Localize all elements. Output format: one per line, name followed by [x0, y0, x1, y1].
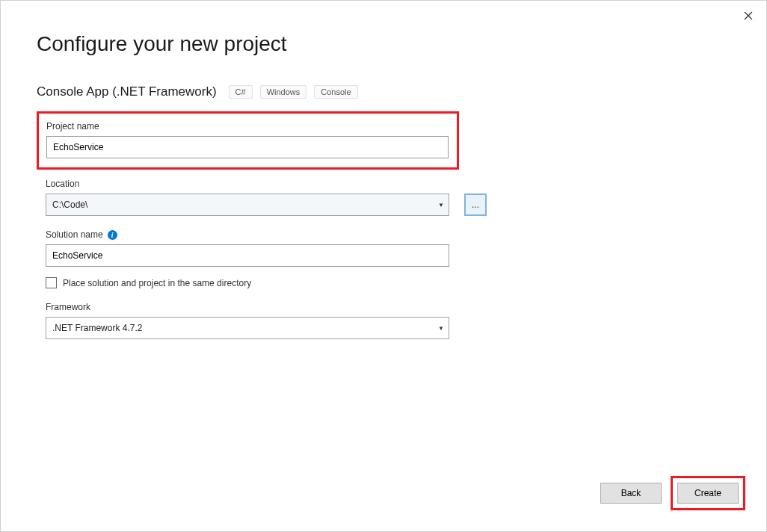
- project-name-label: Project name: [46, 121, 449, 132]
- browse-button[interactable]: ...: [464, 194, 487, 216]
- location-label: Location: [46, 179, 730, 189]
- framework-value: .NET Framework 4.7.2: [52, 323, 142, 333]
- template-row: Console App (.NET Framework) C# Windows …: [37, 84, 730, 99]
- project-name-input[interactable]: [46, 136, 449, 158]
- dialog-footer: Back Create: [600, 476, 745, 510]
- tag-windows: Windows: [260, 85, 307, 99]
- solution-name-label: Solution name i: [46, 229, 730, 240]
- framework-combo[interactable]: .NET Framework 4.7.2 ▼: [46, 317, 449, 339]
- location-group: Location C:\Code\ ▼ ...: [46, 179, 730, 216]
- chevron-down-icon: ▼: [438, 202, 444, 208]
- framework-label: Framework: [46, 302, 730, 312]
- same-directory-row[interactable]: Place solution and project in the same d…: [46, 277, 730, 288]
- same-directory-checkbox[interactable]: [46, 277, 57, 288]
- solution-name-group: Solution name i Place solution and proje…: [46, 229, 730, 288]
- tag-csharp: C#: [229, 85, 253, 99]
- page-title: Configure your new project: [37, 32, 730, 56]
- template-name: Console App (.NET Framework): [37, 84, 217, 99]
- location-combo[interactable]: C:\Code\ ▼: [46, 194, 449, 216]
- solution-name-input[interactable]: [46, 244, 449, 267]
- chevron-down-icon: ▼: [438, 325, 444, 332]
- location-value: C:\Code\: [52, 200, 87, 210]
- project-name-highlight: Project name: [37, 111, 459, 170]
- dialog-content: Configure your new project Console App (…: [1, 1, 766, 339]
- framework-group: Framework .NET Framework 4.7.2 ▼: [46, 302, 730, 339]
- browse-label: ...: [472, 200, 479, 210]
- create-button[interactable]: Create: [677, 483, 739, 504]
- info-icon[interactable]: i: [108, 230, 117, 240]
- back-button[interactable]: Back: [600, 483, 662, 504]
- close-button[interactable]: [741, 8, 756, 23]
- same-directory-label: Place solution and project in the same d…: [63, 278, 251, 288]
- tag-console: Console: [314, 85, 357, 99]
- create-button-highlight: Create: [671, 476, 745, 510]
